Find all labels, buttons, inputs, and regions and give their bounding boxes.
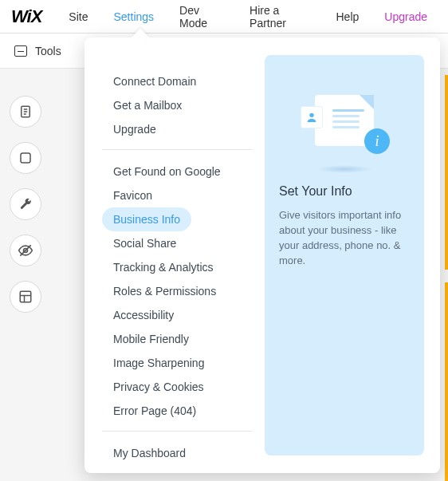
add-section-icon — [18, 151, 33, 165]
top-menu: Site Settings Dev Mode Hire a Partner He… — [56, 0, 448, 34]
tools-icon — [14, 45, 27, 57]
settings-item-connect-domain[interactable]: Connect Domain — [102, 69, 207, 93]
rail-wrench[interactable] — [10, 188, 41, 220]
menu-help[interactable]: Help — [324, 0, 372, 34]
left-rail — [10, 96, 41, 313]
menu-site[interactable]: Site — [56, 0, 100, 34]
settings-item-social-share[interactable]: Social Share — [102, 231, 187, 255]
rail-pages[interactable] — [10, 96, 41, 128]
info-card-description: Give visitors important info about your … — [279, 208, 410, 268]
svg-rect-7 — [20, 291, 31, 302]
svg-point-10 — [309, 113, 313, 117]
top-menu-bar: WiX Site Settings Dev Mode Hire a Partne… — [0, 0, 448, 34]
rail-hide[interactable] — [10, 235, 41, 266]
wix-logo[interactable]: WiX — [0, 6, 56, 27]
settings-item-tracking-analytics[interactable]: Tracking & Analytics — [102, 255, 225, 279]
menu-separator — [102, 431, 252, 432]
settings-item-get-found-google[interactable]: Get Found on Google — [102, 160, 232, 183]
settings-item-business-info[interactable]: Business Info — [102, 207, 191, 231]
menu-dev-mode[interactable]: Dev Mode — [167, 0, 237, 34]
tools-label: Tools — [35, 45, 61, 57]
settings-item-favicon[interactable]: Favicon — [102, 183, 163, 207]
settings-menu-list: Connect Domain Get a Mailbox Upgrade Get… — [102, 55, 252, 455]
settings-wrench-icon — [18, 197, 33, 211]
settings-item-upgrade[interactable]: Upgrade — [102, 117, 167, 141]
settings-item-image-sharpening[interactable]: Image Sharpening — [102, 351, 215, 375]
layout-icon — [18, 290, 33, 304]
settings-item-accessibility[interactable]: Accessibility — [102, 303, 185, 327]
settings-item-error-page[interactable]: Error Page (404) — [102, 399, 207, 423]
settings-item-my-dashboard[interactable]: My Dashboard — [102, 441, 197, 465]
settings-item-mobile-friendly[interactable]: Mobile Friendly — [102, 327, 200, 351]
hide-icon — [18, 242, 33, 258]
menu-settings[interactable]: Settings — [100, 0, 167, 34]
pages-icon — [18, 104, 33, 119]
tools-button[interactable]: Tools — [14, 45, 61, 57]
menu-hire-partner[interactable]: Hire a Partner — [237, 0, 323, 34]
rail-layout[interactable] — [10, 281, 41, 313]
menu-upgrade[interactable]: Upgrade — [371, 0, 440, 34]
settings-item-roles-permissions[interactable]: Roles & Permissions — [102, 279, 227, 303]
info-card-title: Set Your Info — [279, 184, 410, 199]
info-card: i Set Your Info Give visitors important … — [265, 55, 424, 455]
info-icon: i — [364, 128, 390, 154]
settings-item-get-mailbox[interactable]: Get a Mailbox — [102, 93, 193, 117]
page-accent-2 — [445, 282, 448, 481]
info-illustration: i — [279, 73, 410, 168]
person-icon — [305, 111, 318, 124]
menu-separator — [102, 149, 252, 150]
rail-add[interactable] — [10, 142, 41, 174]
settings-item-privacy-cookies[interactable]: Privacy & Cookies — [102, 375, 215, 399]
page-accent — [445, 75, 448, 270]
svg-rect-4 — [21, 153, 30, 163]
settings-dropdown: Connect Domain Get a Mailbox Upgrade Get… — [84, 37, 440, 473]
